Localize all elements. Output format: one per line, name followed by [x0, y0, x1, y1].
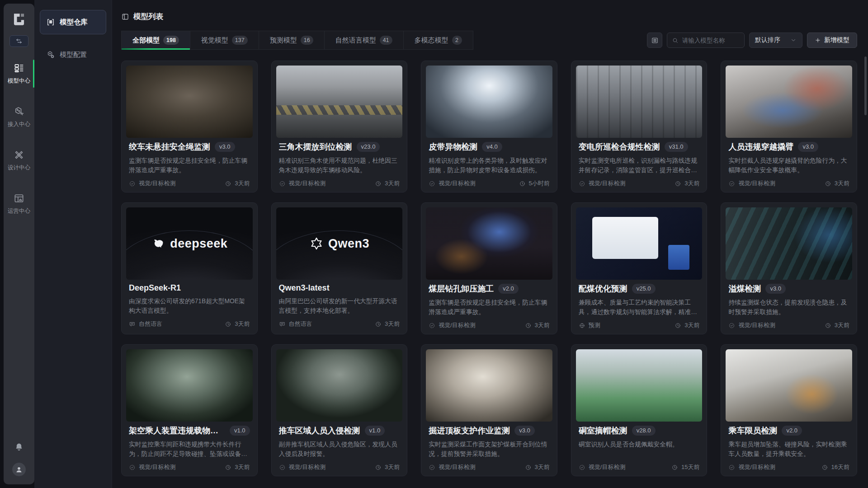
llm-logo-text: Qwen3 — [328, 237, 369, 251]
scrollbar-thumb[interactable] — [864, 56, 867, 115]
target-icon — [728, 464, 735, 471]
rail-nav: 模型中心接入中心设计中心运营中心 — [5, 59, 33, 219]
model-thumbnail — [576, 66, 703, 138]
model-title: 绞车未悬挂安全绳监测 — [129, 141, 210, 152]
tab-label: 预测模型 — [270, 36, 297, 45]
rail-item-label: 运营中心 — [8, 207, 30, 215]
sidebar-item-model-config[interactable]: 模型配置 — [40, 48, 106, 61]
model-card[interactable]: Qwen3Qwen3-latest由阿里巴巴公司研发的新一代大型开源大语言模型，… — [271, 202, 408, 334]
category-label: 视觉/目标检测 — [738, 179, 775, 188]
model-description: 副井推车机区域人员入侵危险区，发现人员入侵后及时报警。 — [279, 440, 400, 459]
rail-item-design-center[interactable]: 设计中心 — [5, 145, 33, 175]
model-card[interactable]: 绞车未悬挂安全绳监测v3.0监测车辆是否按规定悬挂安全绳，防止车辆滑落造成严重事… — [121, 61, 258, 192]
model-thumbnail — [726, 66, 852, 138]
model-card[interactable]: 皮带异物检测v4.0精准识别皮带上的各类异物，及时触发应对措施，防止异物对皮带和… — [421, 61, 557, 192]
tab-predict[interactable]: 预测模型16 — [259, 31, 325, 50]
access-center-icon — [13, 106, 25, 117]
category-label: 视觉/目标检测 — [439, 463, 476, 471]
update-time-icon — [525, 464, 532, 471]
category-label: 视觉/目标检测 — [589, 179, 626, 188]
target-icon — [429, 322, 435, 329]
tab-count-badge: 2 — [452, 36, 462, 45]
updated-time: 3天前 — [385, 320, 400, 328]
sort-label: 默认排序 — [755, 36, 780, 44]
model-description: 精准识别三角木使用不规范问题，杜绝因三角木违规导致的车辆移动风险。 — [279, 156, 400, 175]
model-description: 兼顾成本、质量与工艺约束的智能决策工具，通过数学规划与智能算法求解，精准匹配单种… — [579, 298, 700, 317]
model-title: 溢煤检测 — [728, 283, 761, 294]
model-description: 实时监测采煤工作面支架护煤板开合到位情况，提前预警并采取措施。 — [429, 440, 550, 459]
model-title: 煤层钻孔卸压施工 — [429, 283, 494, 294]
sidebar-collapse-button[interactable] — [9, 35, 28, 47]
app-logo-icon — [10, 11, 28, 28]
qwen-logo-icon — [309, 236, 324, 251]
chevron-down-icon — [790, 37, 797, 43]
model-title: DeepSeek-R1 — [129, 283, 181, 293]
version-badge: v31.0 — [665, 142, 688, 152]
target-icon — [728, 180, 735, 187]
notifications-bell[interactable] — [14, 442, 24, 452]
rail-item-access-center[interactable]: 接入中心 — [5, 102, 33, 132]
model-card[interactable]: 架空乘人装置违规载物检测v1.0实时监控乘车间距和违规携带大件长件行为，防止间距… — [121, 344, 258, 476]
category-label: 自然语言 — [289, 320, 312, 328]
version-badge: v23.0 — [357, 142, 380, 152]
tab-multimodal[interactable]: 多模态模型2 — [403, 31, 473, 50]
add-model-button[interactable]: 新增模型 — [807, 33, 857, 48]
model-card[interactable]: 配煤优化预测v25.0兼顾成本、质量与工艺约束的智能决策工具，通过数学规划与智能… — [571, 202, 708, 334]
design-center-icon — [13, 149, 25, 161]
model-card[interactable]: 硐室摘帽检测v28.0硐室识别人员是否合规佩戴安全帽。视觉/目标检测15天前 — [571, 344, 708, 476]
model-card[interactable]: 溢煤检测v3.0持续监测煤仓状态，提前发现溃仓隐患，及时预警并采取措施。视觉/目… — [721, 202, 857, 334]
category-label: 视觉/目标检测 — [589, 463, 626, 471]
tab-vision[interactable]: 视觉模型137 — [190, 31, 259, 50]
model-card[interactable]: 煤层钻孔卸压施工v2.0监测车辆是否按规定悬挂安全绳，防止车辆滑落造成严重事故。… — [421, 202, 557, 334]
updated-time: 3天前 — [235, 320, 250, 328]
user-avatar[interactable] — [12, 463, 26, 476]
sidebar-item-label: 模型配置 — [60, 51, 87, 59]
updated-time: 15天前 — [681, 463, 699, 471]
model-card[interactable]: 乘车限员检测v2.0乘车超员增加坠落、碰撞风险，实时检测乘车人员数量，提升乘载安… — [721, 344, 857, 476]
rail-item-model-center[interactable]: 模型中心 — [5, 59, 33, 89]
llm-logo: Qwen3 — [276, 207, 403, 280]
updated-time: 3天前 — [535, 321, 550, 329]
sidebar-item-model-repo[interactable]: 模型仓库 — [40, 10, 106, 34]
version-badge: v3.0 — [798, 142, 818, 152]
search-input[interactable] — [682, 37, 740, 44]
target-icon — [728, 322, 735, 329]
rail-item-ops-center[interactable]: 运营中心 — [5, 189, 33, 219]
model-card[interactable]: 掘进顶板支护作业监测v3.0实时监测采煤工作面支架护煤板开合到位情况，提前预警并… — [421, 344, 557, 476]
model-title: 硐室摘帽检测 — [579, 425, 627, 436]
rail-item-label: 模型中心 — [8, 77, 30, 85]
model-title: 变电所巡检合规性检测 — [579, 141, 660, 152]
model-thumbnail — [726, 349, 852, 422]
updated-time: 3天前 — [684, 179, 699, 188]
target-icon — [579, 464, 585, 471]
model-title: 配煤优化预测 — [579, 283, 627, 294]
model-title: 人员违规穿越撬臂 — [728, 141, 793, 152]
model-card[interactable]: 人员违规穿越撬臂v3.0实时拦截人员违规穿越撬臂的危险行为，大幅降低作业安全事故… — [721, 61, 857, 192]
model-card[interactable]: 三角木摆放到位检测v23.0精准识别三角木使用不规范问题，杜绝因三角木违规导致的… — [271, 61, 408, 192]
model-description: 精准识别皮带上的各类异物，及时触发应对措施，防止异物对皮带和设备造成损伤。 — [429, 156, 550, 175]
model-card[interactable]: 推车区域人员入侵检测v1.0副井推车机区域人员入侵危险区，发现人员入侵后及时报警… — [271, 344, 408, 476]
target-icon — [579, 180, 585, 187]
chat-icon — [279, 321, 286, 328]
model-description: 硐室识别人员是否合规佩戴安全帽。 — [579, 440, 700, 459]
tab-all[interactable]: 全部模型198 — [121, 31, 190, 50]
view-toggle-button[interactable] — [647, 33, 662, 48]
category-label: 视觉/目标检测 — [439, 321, 476, 329]
model-thumbnail — [276, 66, 403, 138]
target-icon — [429, 464, 435, 471]
page-header: 模型列表 — [121, 12, 857, 22]
category-label: 视觉/目标检测 — [738, 321, 775, 329]
version-badge: v1.0 — [365, 426, 385, 436]
sort-select[interactable]: 默认排序 — [749, 33, 802, 48]
tab-nlp[interactable]: 自然语言模型41 — [324, 31, 404, 50]
config-icon — [46, 50, 55, 59]
model-card[interactable]: deepseekDeepSeek-R1由深度求索公司研发的671B超大型MOE架… — [121, 202, 258, 334]
version-badge: v1.0 — [230, 426, 250, 436]
deepseek-logo-icon — [151, 236, 165, 251]
app-logo[interactable] — [10, 11, 28, 28]
model-card[interactable]: 变电所巡检合规性检测v31.0实时监测变电所巡检，识别漏检与路线违规并留存记录，… — [571, 61, 708, 192]
target-icon — [279, 464, 286, 471]
target-icon — [429, 180, 435, 187]
repo-icon — [46, 18, 55, 27]
model-thumbnail — [426, 349, 552, 422]
